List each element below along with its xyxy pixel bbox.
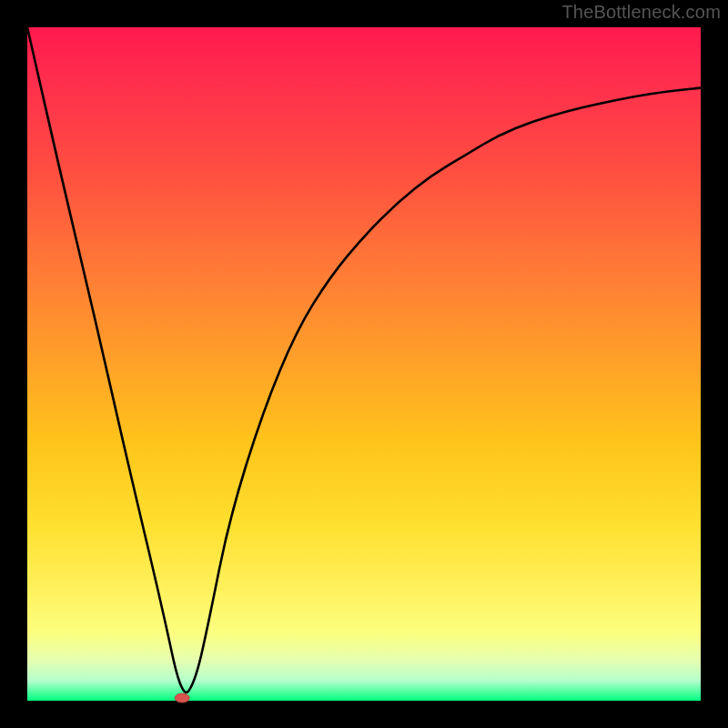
bottleneck-curve (27, 27, 701, 693)
plot-area (27, 27, 701, 701)
curve-layer (27, 27, 701, 701)
attribution-label: TheBottleneck.com (561, 2, 721, 23)
minimum-marker (175, 693, 189, 703)
chart-root: TheBottleneck.com (0, 0, 728, 728)
